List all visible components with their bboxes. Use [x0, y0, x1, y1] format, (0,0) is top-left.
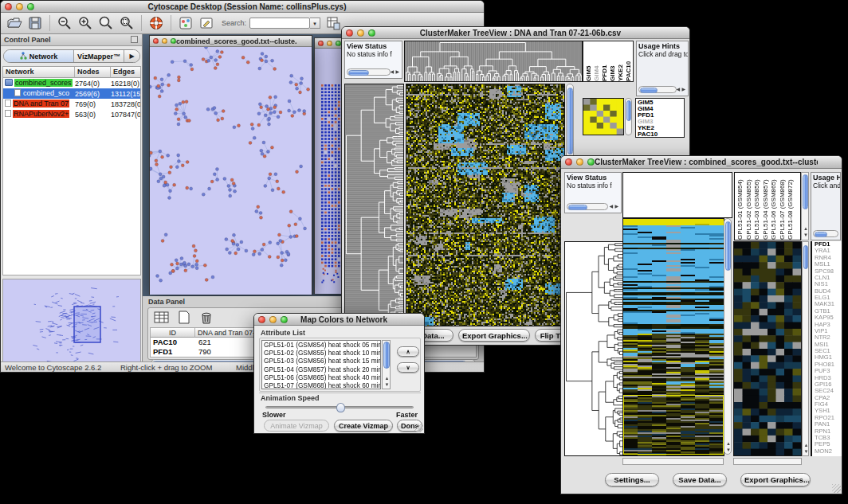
scroll-up-icon[interactable]: ▲ [726, 441, 731, 446]
attribute-list-item[interactable]: GPL51-01 (GSM854) heat shock 05 min [262, 341, 380, 349]
view-status-hscrollbar[interactable] [567, 203, 608, 210]
treeview1-titlebar[interactable]: ClusterMaker TreeView : DNA and Tran 07-… [342, 27, 689, 39]
col-edges[interactable]: Edges [111, 67, 140, 78]
tv2-settings-button[interactable]: Settings... [605, 473, 659, 486]
tv2-row-dendrogram[interactable] [564, 241, 624, 456]
column-label[interactable]: GPL51-04 (GSM857) [762, 173, 771, 240]
scroll-right-icon[interactable]: ▶ [614, 204, 618, 209]
zoom-fit-icon[interactable] [98, 15, 114, 31]
attribute-list-item[interactable]: GPL51-04 (GSM857) heat shock 20 min [262, 365, 380, 373]
scroll-left-icon[interactable]: ◀ [676, 87, 680, 92]
zoom-window-icon[interactable] [281, 316, 288, 323]
col-nodes[interactable]: Nodes [75, 67, 111, 78]
tv2-heatmap[interactable] [622, 218, 724, 456]
view-status-hscrollbar[interactable] [347, 68, 391, 76]
scroll-down-icon[interactable]: ▼ [804, 449, 809, 454]
animate-vizmap-button[interactable]: Animate Vizmap [264, 420, 329, 432]
close-icon[interactable] [258, 316, 265, 323]
resize-grip[interactable] [414, 424, 423, 432]
move-down-button[interactable]: ∨ [397, 362, 419, 373]
usage-hints-hscrollbar[interactable] [638, 86, 677, 93]
scroll-down-icon[interactable]: ▼ [385, 382, 390, 387]
tv1-row-dendrogram[interactable] [344, 84, 404, 326]
vizmapper-icon[interactable] [178, 15, 194, 31]
tab-vizmapper[interactable]: VizMapper™ [74, 50, 124, 62]
attribute-list-item[interactable]: GPL51-07 (GSM868) heat shock 60 min [262, 381, 380, 389]
search-dropdown-icon[interactable]: ▼ [310, 18, 320, 29]
attribute-list-item[interactable]: GPL51-02 (GSM855) heat shock 10 min [262, 349, 380, 357]
column-label[interactable]: GPL51-08 (GSM872) [787, 173, 795, 240]
column-label[interactable]: YKE2 [617, 41, 625, 81]
column-label[interactable]: PAC10 [625, 41, 633, 81]
scroll-up-icon[interactable]: ▲ [803, 226, 808, 231]
tv2-gene-list[interactable]: PFD1YRA1RNR4MSL1SPC98CLN1NIS1BUD4ELG1MAK… [811, 241, 842, 456]
close-icon[interactable] [565, 158, 572, 166]
open-file-icon[interactable] [6, 15, 22, 31]
network-row[interactable]: DNA and Tran 07 769(0) 183728(0) [3, 99, 140, 109]
usage-hints-hscrollbar[interactable] [813, 230, 838, 237]
scroll-right-icon[interactable]: ▶ [681, 87, 685, 92]
gene-label[interactable]: MON2 [815, 448, 842, 455]
matrix-label[interactable]: PAC10 [638, 131, 684, 138]
minimize-icon[interactable] [576, 158, 583, 166]
tv2-heatmap-vscrollbar[interactable]: ▲ ▼ [724, 218, 732, 455]
float-panel-icon[interactable] [131, 36, 138, 43]
column-label[interactable]: GPL51-03 (GSM856) [753, 173, 762, 240]
attribute-list[interactable]: GPL51-01 (GSM854) heat shock 05 minGPL51… [261, 340, 381, 389]
id-column-header[interactable]: ID [151, 328, 195, 338]
network-row[interactable]: combined_sco 2569(6) 13112(15) [3, 88, 140, 99]
tv1-similarity-matrix[interactable] [583, 98, 624, 135]
tv2-export-graphics-button[interactable]: Export Graphics... [740, 473, 811, 486]
scroll-right-icon[interactable]: ▶ [395, 69, 399, 74]
column-label[interactable]: GIM5 [585, 41, 593, 81]
tv2-column-labels-vscrollbar[interactable]: ▲ ▼ [801, 172, 809, 240]
zoom-selected-icon[interactable] [119, 15, 135, 31]
tv2-zoom-hscrollbar[interactable] [733, 458, 802, 465]
scroll-down-icon[interactable]: ▼ [726, 447, 731, 452]
birdseye-canvas[interactable] [3, 279, 140, 367]
zoom-out-icon[interactable] [57, 15, 73, 31]
tv1-matrix-labels[interactable]: GIM5GIM4PFD1GIM3YKE2PAC10 [635, 98, 685, 138]
slider-thumb[interactable] [336, 403, 345, 412]
close-icon[interactable] [153, 38, 159, 44]
help-lifering-icon[interactable] [148, 15, 164, 31]
minimize-icon[interactable] [16, 3, 23, 10]
birdseye-panel[interactable] [2, 279, 141, 368]
tv1-heatmap[interactable] [406, 84, 565, 326]
new-attribute-icon[interactable] [176, 311, 192, 326]
column-label[interactable]: PFD1 [601, 41, 609, 81]
col-network[interactable]: Network [3, 67, 75, 78]
scroll-up-icon[interactable]: ▲ [804, 443, 809, 447]
tab-network[interactable]: Network [4, 50, 74, 62]
tv2-save-data-button[interactable]: Save Data... [673, 473, 727, 486]
map-colors-titlebar[interactable]: Map Colors to Network [254, 314, 424, 326]
attribute-list-item[interactable]: GPL51-06 (GSM865) heat shock 40 min [262, 373, 380, 381]
attribute-table-icon[interactable] [154, 311, 170, 326]
zoom-in-icon[interactable] [77, 15, 93, 31]
scroll-left-icon[interactable]: ◀ [609, 204, 613, 209]
network-row[interactable]: combined_scores 2764(0) 16218(0) [3, 78, 140, 88]
minimize-icon[interactable] [357, 29, 364, 37]
tv2-column-labels[interactable]: GPL51-01 (GSM854)GPL51-02 (GSM855)GPL51-… [734, 172, 801, 240]
import-table-icon[interactable] [325, 15, 341, 31]
close-icon[interactable] [346, 29, 353, 37]
scroll-down-icon[interactable]: ▼ [803, 232, 808, 237]
close-icon[interactable] [318, 41, 324, 46]
search-input[interactable] [249, 18, 310, 29]
minimize-icon[interactable] [327, 41, 332, 46]
tv2-zoom-heatmap[interactable] [733, 241, 802, 456]
network-row[interactable]: RNAPuberNov2+ 563(0) 107847(0) [3, 109, 140, 119]
minimize-icon[interactable] [162, 38, 167, 44]
zoom-window-icon[interactable] [27, 3, 34, 10]
delete-attribute-icon[interactable] [198, 311, 214, 326]
tv1-column-labels[interactable]: GIM5GIM4PFD1GIM3YKE2PAC10 [583, 41, 634, 82]
zoom-window-icon[interactable] [336, 41, 341, 46]
attribute-list-vscrollbar[interactable]: ▲ ▼ [382, 340, 391, 389]
main-titlebar[interactable]: Cytoscape Desktop (Session Name: collins… [1, 1, 484, 13]
column-label[interactable]: GPL51-01 (GSM854) [736, 173, 745, 240]
network-view-1-canvas[interactable] [150, 47, 312, 295]
tv2-heatmap-hscrollbar[interactable] [622, 458, 724, 465]
tv2-zoom-vscrollbar[interactable]: ▲ ▼ [802, 241, 809, 456]
close-icon[interactable] [5, 3, 12, 10]
zoom-window-icon[interactable] [587, 158, 595, 166]
